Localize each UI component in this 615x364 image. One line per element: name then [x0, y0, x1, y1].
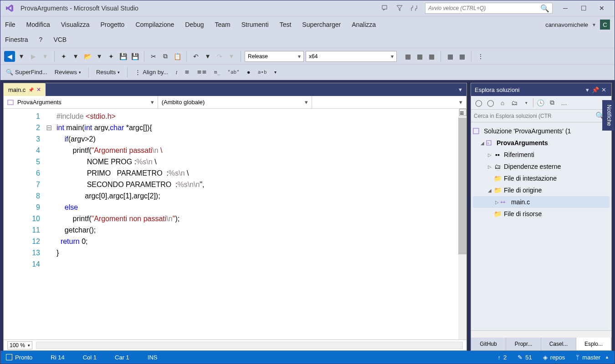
pin-icon[interactable]: 📌 [28, 87, 34, 92]
collapse-icon[interactable]: ◢ [479, 141, 486, 146]
back-button[interactable]: ◀ [4, 51, 15, 62]
nav-member-combo[interactable]: ▾ [312, 96, 466, 108]
code-editor[interactable]: 1234567891011121314 ⊟ #include <stdio.h>… [4, 109, 466, 339]
user-caret-icon[interactable]: ▼ [592, 22, 596, 27]
new-project-caret-icon[interactable]: ▾ [70, 51, 81, 62]
horizontal-scrollbar[interactable] [471, 330, 611, 338]
maximize-button[interactable]: ☐ [574, 1, 593, 15]
se-forward-icon[interactable]: ◯ [486, 98, 496, 108]
se-more-icon[interactable]: … [559, 98, 569, 108]
menu-compilazione[interactable]: Compilazione [135, 19, 174, 30]
cut-icon[interactable]: ✂ [148, 51, 159, 62]
toolbar-overflow-icon[interactable]: ▾ [272, 67, 278, 78]
panel-pin-icon[interactable]: 📌 [591, 86, 600, 93]
horizontal-scrollbar[interactable] [36, 342, 463, 349]
tab-github[interactable]: GitHub [471, 338, 506, 350]
user-name[interactable]: cannavomichele [545, 21, 588, 28]
grid-icon[interactable]: ▦ [402, 51, 413, 62]
expand-icon[interactable]: ▷ [487, 164, 493, 169]
menu-test[interactable]: Test [280, 19, 292, 30]
undo-icon[interactable]: ↶ [190, 51, 201, 62]
menu-file[interactable]: File [5, 19, 15, 30]
vertical-scrollbar[interactable]: ≡ [458, 109, 466, 339]
status-repo[interactable]: ◈repos [543, 354, 565, 361]
underscore-icon[interactable]: m_ [212, 67, 222, 78]
save-icon[interactable]: 💾 [118, 51, 128, 62]
scrollbar-thumb[interactable] [458, 118, 466, 254]
italic-icon[interactable]: I [174, 67, 179, 78]
save-all-icon[interactable]: 💾 [129, 51, 140, 62]
dot-icon[interactable]: ● [245, 67, 252, 78]
align1-icon[interactable]: 〓 [183, 67, 191, 78]
status-push[interactable]: ↑2 [498, 354, 507, 361]
tree-sources-node[interactable]: ◢ 📁 File di origine [473, 184, 610, 196]
quote-icon[interactable]: "ab" [226, 67, 241, 78]
tab-main-c[interactable]: main.c 📌 ✕ [4, 83, 46, 96]
forward-button[interactable]: ▶ [28, 51, 39, 62]
forward-caret-icon[interactable]: ▾ [40, 51, 51, 62]
filter-icon[interactable] [394, 3, 405, 14]
menu-modifica[interactable]: Modifica [26, 19, 50, 30]
menu-team[interactable]: Team [215, 19, 231, 30]
grid2-icon[interactable]: ▦ [414, 51, 425, 62]
new-project-icon[interactable]: ✦ [58, 51, 69, 62]
quick-launch-field[interactable] [428, 5, 540, 11]
menu-strumenti[interactable]: Strumenti [241, 19, 269, 30]
tree-solution-node[interactable]: Soluzione 'ProvaArguments' (1 [473, 125, 610, 137]
redo-caret-icon[interactable]: ▾ [226, 51, 237, 62]
tab-toolbox[interactable]: Casel... [541, 338, 576, 350]
tree-references-node[interactable]: ▷ ▪▪ Riferimenti [473, 149, 610, 161]
se-refresh-icon[interactable]: 🕓 [535, 98, 545, 108]
split-handle-icon[interactable]: ≡ [459, 109, 466, 116]
se-sync-caret-icon[interactable]: ▾ [521, 98, 531, 108]
search-icon[interactable]: 🔍 [540, 4, 549, 13]
expand-icon[interactable]: ▷ [494, 200, 500, 205]
tree-main-c-node[interactable]: ▷ ++ main.c [473, 196, 610, 208]
menu-visualizza[interactable]: Visualizza [61, 19, 90, 30]
menu-finestra[interactable]: Finestra [5, 34, 28, 45]
minimize-button[interactable]: ─ [556, 1, 574, 15]
reviews-button[interactable]: Reviews▾ [53, 67, 83, 78]
open-file-caret-icon[interactable]: ▾ [94, 51, 105, 62]
side-tab-notifications[interactable]: Notifiche [602, 100, 614, 131]
menu-supercharger[interactable]: Supercharger [302, 19, 341, 30]
user-avatar[interactable]: C [600, 20, 610, 30]
se-showall-icon[interactable]: ⧉ [547, 98, 557, 108]
redo-icon[interactable]: ↷ [214, 51, 225, 62]
close-button[interactable]: ✕ [593, 1, 611, 15]
notifications-icon[interactable] [409, 3, 420, 14]
menu-help[interactable]: ? [39, 34, 43, 45]
dots-icon[interactable]: ⋮ [475, 51, 486, 62]
tree-resources-node[interactable]: 📁 File di risorse [473, 208, 610, 220]
menu-debug[interactable]: Debug [185, 19, 204, 30]
quick-launch-input[interactable]: 🔍 [425, 3, 553, 14]
se-back-icon[interactable]: ◯ [474, 98, 484, 108]
align2-icon[interactable]: 〓〓 [195, 67, 209, 78]
se-sync-icon[interactable]: 🗂 [509, 98, 519, 108]
tree-project-node[interactable]: ◢ + ProvaArguments [473, 137, 610, 149]
grid5-icon[interactable]: ▦ [456, 51, 467, 62]
status-pending[interactable]: ✎51 [518, 354, 532, 361]
platform-combo[interactable]: x64 ▾ [306, 51, 397, 62]
grid3-icon[interactable]: ▦ [426, 51, 437, 62]
dotb-icon[interactable]: a•b [256, 67, 269, 78]
code-text[interactable]: #include <stdio.h>int main(int argv,char… [53, 109, 458, 339]
fold-column[interactable]: ⊟ [45, 109, 53, 339]
panel-close-icon[interactable]: ✕ [600, 86, 608, 93]
panel-menu-caret-icon[interactable]: ▾ [583, 86, 591, 93]
new-item-icon[interactable]: ✦ [106, 51, 117, 62]
tree-external-deps-node[interactable]: ▷ 🗂 Dipendenze esterne [473, 161, 610, 172]
tab-solution-explorer[interactable]: Esplo... [576, 338, 611, 350]
nav-project-combo[interactable]: ProvaArguments ▾ [4, 96, 158, 108]
copy-icon[interactable]: ⧉ [160, 51, 171, 62]
close-tab-icon[interactable]: ✕ [36, 86, 41, 93]
tab-overflow-caret-icon[interactable]: ▼ [458, 87, 463, 92]
collapse-icon[interactable]: ◢ [487, 188, 493, 193]
zoom-combo[interactable]: 100 % ▾ [7, 341, 32, 349]
status-branch[interactable]: ᛘmaster▲ [576, 354, 609, 361]
menu-progetto[interactable]: Progetto [100, 19, 124, 30]
superfind-button[interactable]: 🔍SuperFind... [4, 67, 49, 78]
grid4-icon[interactable]: ▦ [445, 51, 456, 62]
menu-vcb[interactable]: VCB [53, 34, 67, 45]
paste-icon[interactable]: 📋 [172, 51, 183, 62]
